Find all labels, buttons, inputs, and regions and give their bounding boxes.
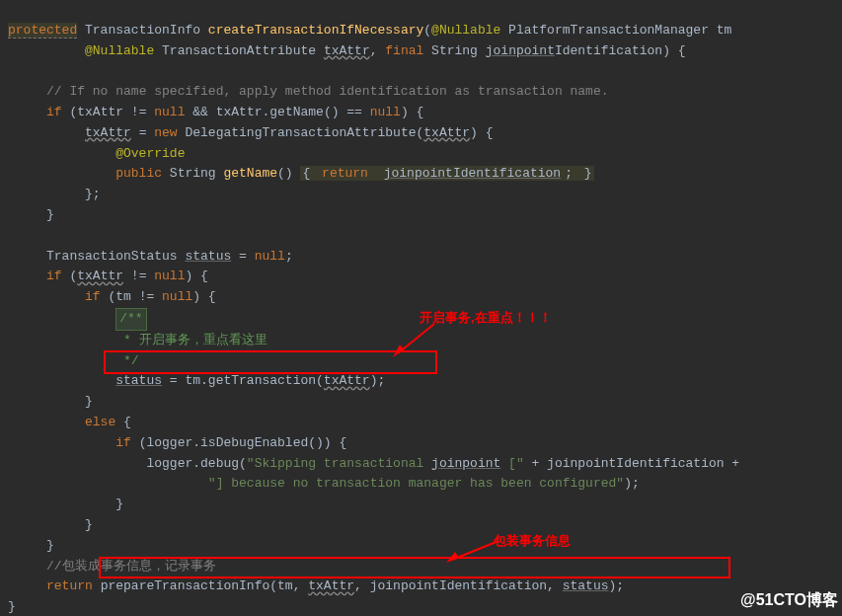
- annotation-nullable: @Nullable: [431, 23, 500, 38]
- javadoc-line: * 开启事务，重点看这里: [8, 333, 268, 347]
- comment-cn: //包装成事务信息，记录事务: [46, 559, 216, 574]
- annotation-nullable: @Nullable: [85, 43, 154, 58]
- comment-line: // If no name specified, apply method id…: [46, 84, 609, 99]
- javadoc-start: /**: [115, 308, 146, 331]
- annotation-label-1: 开启事务,在重点！！！: [420, 308, 552, 329]
- method-name: createTransactionIfNecessary: [208, 23, 423, 38]
- annotation-override: @Override: [115, 146, 185, 161]
- var-status: status: [185, 249, 231, 264]
- param-joinpoint: joinpoint: [486, 43, 555, 58]
- annotation-label-2: 包装事务信息: [494, 531, 571, 552]
- param-txattr: txAttr: [324, 43, 370, 58]
- watermark: @51CTO博客: [740, 587, 838, 613]
- keyword-protected: protected: [8, 23, 77, 38]
